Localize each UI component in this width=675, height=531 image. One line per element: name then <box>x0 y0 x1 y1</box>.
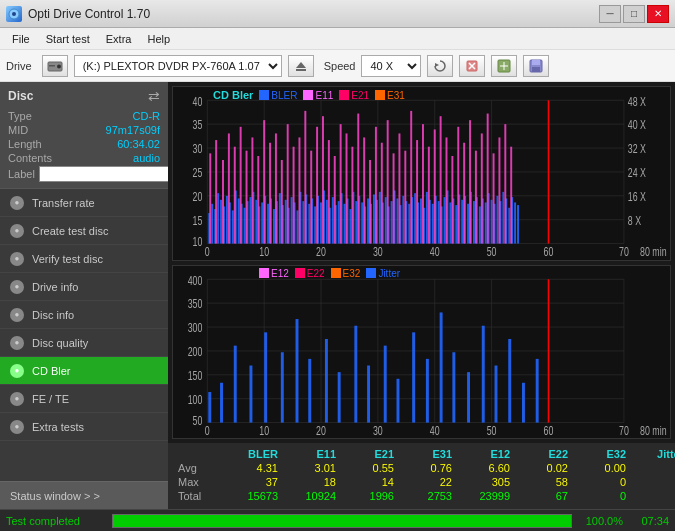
sidebar-item-extra-tests[interactable]: ● Extra tests <box>0 413 168 441</box>
svg-rect-159 <box>514 202 516 243</box>
svg-rect-165 <box>234 147 236 244</box>
stats-col-e12: E12 <box>456 447 514 461</box>
svg-rect-248 <box>234 345 237 422</box>
stats-max-bler: 37 <box>224 475 282 489</box>
disc-panel: Disc ⇄ Type CD-R MID 97m17s09f Length 60… <box>0 82 168 189</box>
svg-text:10: 10 <box>259 424 269 437</box>
sidebar-item-create-test-disc[interactable]: ● Create test disc <box>0 217 168 245</box>
svg-rect-16 <box>532 67 540 72</box>
svg-rect-266 <box>495 365 498 422</box>
save-button[interactable] <box>523 55 549 77</box>
reset-button[interactable] <box>459 55 485 77</box>
svg-rect-189 <box>375 127 377 244</box>
svg-rect-119 <box>397 198 399 243</box>
svg-rect-249 <box>249 365 252 422</box>
svg-rect-176 <box>298 137 300 243</box>
svg-rect-89 <box>308 204 310 244</box>
svg-rect-203 <box>457 127 459 244</box>
svg-rect-81 <box>285 200 287 244</box>
sidebar-item-disc-info[interactable]: ● Disc info <box>0 301 168 329</box>
svg-rect-180 <box>322 116 324 243</box>
legend-e22: E22 <box>295 268 325 279</box>
status-window-toggle[interactable]: Status window > > <box>0 481 168 509</box>
stats-avg-e22: 0.02 <box>514 461 572 475</box>
speed-select[interactable]: 40 X <box>361 55 421 77</box>
menu-file[interactable]: File <box>4 31 38 47</box>
svg-rect-247 <box>220 382 223 422</box>
stats-avg-bler: 4.31 <box>224 461 282 475</box>
menu-help[interactable]: Help <box>139 31 178 47</box>
svg-rect-184 <box>346 133 348 243</box>
stats-col-bler: BLER <box>224 447 282 461</box>
svg-rect-61 <box>226 196 228 244</box>
stats-total-bler: 15673 <box>224 489 282 503</box>
disc-refresh-button[interactable]: ⇄ <box>148 88 160 104</box>
close-button[interactable]: ✕ <box>647 5 669 23</box>
drive-select[interactable]: (K:) PLEXTOR DVDR PX-760A 1.07 <box>74 55 282 77</box>
title-buttons: ─ □ ✕ <box>599 5 669 23</box>
stats-total-e12: 23999 <box>456 489 514 503</box>
svg-rect-195 <box>410 111 412 244</box>
sidebar-item-transfer-rate[interactable]: ● Transfer rate <box>0 189 168 217</box>
svg-rect-83 <box>291 197 293 243</box>
svg-rect-178 <box>310 151 312 244</box>
sidebar-label-disc-info: Disc info <box>32 309 74 321</box>
svg-rect-123 <box>408 204 410 244</box>
legend-e21: E21 <box>339 90 369 101</box>
svg-rect-175 <box>293 147 295 244</box>
svg-rect-125 <box>414 193 416 243</box>
svg-rect-127 <box>420 198 422 243</box>
svg-rect-161 <box>209 153 211 243</box>
refresh-button[interactable] <box>427 55 453 77</box>
svg-text:80 min: 80 min <box>640 245 667 258</box>
eject-button[interactable] <box>288 55 314 77</box>
svg-text:30: 30 <box>373 245 383 258</box>
drive-toolbar: Drive (K:) PLEXTOR DVDR PX-760A 1.07 Spe… <box>0 50 675 82</box>
svg-text:40: 40 <box>193 95 203 108</box>
legend-e32-color <box>331 268 341 278</box>
stats-max-e31: 22 <box>398 475 456 489</box>
maximize-button[interactable]: □ <box>623 5 645 23</box>
svg-rect-147 <box>479 206 481 243</box>
disc-label-label: Label <box>8 168 35 180</box>
disc-length-row: Length 60:34.02 <box>8 138 160 150</box>
progress-bar-fill <box>113 515 571 527</box>
disc-contents-value: audio <box>133 152 160 164</box>
svg-text:48 X: 48 X <box>628 95 646 108</box>
svg-text:60: 60 <box>544 424 554 437</box>
disc-type-row: Type CD-R <box>8 110 160 122</box>
svg-rect-160 <box>517 205 519 243</box>
svg-rect-75 <box>267 204 269 244</box>
menu-start-test[interactable]: Start test <box>38 31 98 47</box>
minimize-button[interactable]: ─ <box>599 5 621 23</box>
sidebar-item-disc-quality[interactable]: ● Disc quality <box>0 329 168 357</box>
svg-text:300: 300 <box>188 322 203 335</box>
svg-rect-145 <box>473 201 475 243</box>
sidebar-item-cd-bler[interactable]: ● CD Bler <box>0 357 168 385</box>
stats-max-label: Max <box>174 475 224 489</box>
svg-text:10: 10 <box>259 245 269 258</box>
svg-rect-252 <box>296 319 299 422</box>
export-button[interactable] <box>491 55 517 77</box>
svg-rect-117 <box>391 201 393 243</box>
svg-rect-87 <box>302 201 304 243</box>
menu-extra[interactable]: Extra <box>98 31 140 47</box>
svg-rect-183 <box>340 124 342 243</box>
sidebar-item-verify-test-disc[interactable]: ● Verify test disc <box>0 245 168 273</box>
legend-e12: E12 <box>259 268 289 279</box>
legend-e32-label: E32 <box>343 268 361 279</box>
legend-e21-label: E21 <box>351 90 369 101</box>
legend-bler-color <box>259 90 269 100</box>
disc-label-input[interactable] <box>39 166 172 182</box>
disc-quality-icon: ● <box>10 336 24 350</box>
svg-text:40: 40 <box>430 424 440 437</box>
svg-rect-200 <box>440 116 442 243</box>
sidebar-item-fe-te[interactable]: ● FE / TE <box>0 385 168 413</box>
disc-length-value: 60:34.02 <box>117 138 160 150</box>
svg-rect-259 <box>397 378 400 422</box>
svg-rect-208 <box>487 114 489 244</box>
svg-rect-162 <box>215 140 217 244</box>
stats-max-e21: 14 <box>340 475 398 489</box>
svg-rect-186 <box>357 114 359 244</box>
sidebar-item-drive-info[interactable]: ● Drive info <box>0 273 168 301</box>
